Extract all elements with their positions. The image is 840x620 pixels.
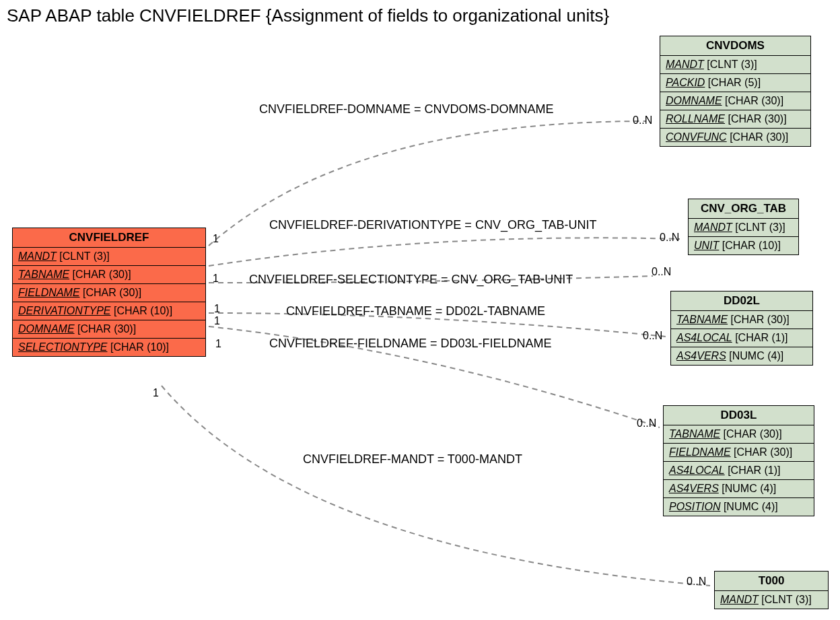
- field-row: ROLLNAME [CHAR (30)]: [660, 110, 810, 129]
- cardinality-many: 0..N: [652, 266, 671, 278]
- entity-t000: T000 MANDT [CLNT (3)]: [714, 571, 829, 609]
- field-name: SELECTIONTYPE: [18, 341, 107, 353]
- field-type: [CHAR (5)]: [708, 77, 761, 88]
- field-row: TABNAME [CHAR (30)]: [13, 266, 205, 284]
- field-row: AS4VERS [NUMC (4)]: [664, 480, 814, 498]
- field-name: AS4LOCAL: [669, 464, 725, 476]
- field-type: [CHAR (30)]: [731, 314, 790, 325]
- edge-label: CNVFIELDREF-MANDT = T000-MANDT: [303, 452, 522, 467]
- cardinality-one: 1: [214, 315, 220, 327]
- field-name: DOMNAME: [18, 323, 75, 335]
- cardinality-many: 0..N: [637, 417, 656, 429]
- field-name: MANDT: [666, 59, 704, 70]
- cardinality-one: 1: [214, 303, 220, 315]
- field-row: AS4LOCAL [CHAR (1)]: [671, 329, 812, 347]
- entity-header: CNVFIELDREF: [13, 228, 205, 248]
- field-type: [CHAR (30)]: [83, 287, 141, 298]
- field-row: MANDT [CLNT (3)]: [13, 248, 205, 266]
- entity-header: CNV_ORG_TAB: [689, 199, 798, 219]
- edge-label: CNVFIELDREF-DERIVATIONTYPE = CNV_ORG_TAB…: [269, 218, 597, 232]
- field-row: AS4VERS [NUMC (4)]: [671, 347, 812, 365]
- field-name: MANDT: [18, 250, 57, 262]
- edge-label: CNVFIELDREF-SELECTIONTYPE = CNV_ORG_TAB-…: [249, 273, 573, 287]
- field-name: TABNAME: [676, 314, 728, 325]
- page-title: SAP ABAP table CNVFIELDREF {Assignment o…: [7, 5, 609, 26]
- field-type: [CLNT (3)]: [761, 594, 811, 605]
- cardinality-many: 0..N: [633, 114, 652, 127]
- field-name: FIELDNAME: [669, 446, 731, 458]
- field-name: ROLLNAME: [666, 113, 725, 125]
- entity-cnvdoms: CNVDOMS MANDT [CLNT (3)] PACKID [CHAR (5…: [660, 36, 811, 147]
- field-name: TABNAME: [669, 428, 720, 440]
- edge-label: CNVFIELDREF-FIELDNAME = DD03L-FIELDNAME: [269, 337, 552, 351]
- cardinality-one: 1: [153, 387, 159, 399]
- field-type: [CHAR (10)]: [114, 305, 172, 316]
- field-type: [CHAR (10)]: [110, 341, 169, 353]
- field-type: [CHAR (1)]: [728, 464, 780, 476]
- cardinality-many: 0..N: [687, 576, 706, 588]
- field-row: CONVFUNC [CHAR (30)]: [660, 129, 810, 146]
- edge-label: CNVFIELDREF-DOMNAME = CNVDOMS-DOMNAME: [259, 102, 554, 116]
- field-name: FIELDNAME: [18, 287, 80, 298]
- field-row: TABNAME [CHAR (30)]: [664, 425, 814, 444]
- field-row: PACKID [CHAR (5)]: [660, 74, 810, 92]
- entity-header: DD03L: [664, 406, 814, 425]
- field-name: UNIT: [694, 240, 719, 251]
- entity-cnvfieldref: CNVFIELDREF MANDT [CLNT (3)] TABNAME [CH…: [12, 228, 206, 357]
- field-type: [CHAR (30)]: [728, 113, 786, 125]
- field-row: FIELDNAME [CHAR (30)]: [664, 444, 814, 462]
- field-name: POSITION: [669, 501, 720, 512]
- field-type: [CLNT (3)]: [59, 250, 109, 262]
- entity-header: T000: [715, 572, 828, 591]
- field-name: MANDT: [720, 594, 759, 605]
- field-name: AS4LOCAL: [676, 332, 732, 343]
- field-row: MANDT [CLNT (3)]: [660, 56, 810, 74]
- field-row: FIELDNAME [CHAR (30)]: [13, 284, 205, 302]
- field-type: [CHAR (10)]: [722, 240, 781, 251]
- field-name: TABNAME: [18, 269, 69, 280]
- field-type: [CHAR (30)]: [734, 446, 792, 458]
- entity-dd03l: DD03L TABNAME [CHAR (30)] FIELDNAME [CHA…: [663, 405, 814, 516]
- entity-cnv-org-tab: CNV_ORG_TAB MANDT [CLNT (3)] UNIT [CHAR …: [688, 199, 799, 255]
- entity-header: CNVDOMS: [660, 36, 810, 56]
- field-row: TABNAME [CHAR (30)]: [671, 311, 812, 329]
- field-row: SELECTIONTYPE [CHAR (10)]: [13, 339, 205, 356]
- cardinality-one: 1: [213, 233, 219, 245]
- cardinality-one: 1: [215, 338, 221, 350]
- field-row: POSITION [NUMC (4)]: [664, 498, 814, 516]
- field-name: PACKID: [666, 77, 705, 88]
- field-row: MANDT [CLNT (3)]: [715, 591, 828, 609]
- field-row: DOMNAME [CHAR (30)]: [13, 320, 205, 339]
- field-row: UNIT [CHAR (10)]: [689, 237, 798, 254]
- entity-header: DD02L: [671, 291, 812, 311]
- field-type: [NUMC (4)]: [722, 483, 776, 494]
- field-name: DERIVATIONTYPE: [18, 305, 111, 316]
- field-type: [CHAR (30)]: [724, 428, 782, 440]
- field-row: DOMNAME [CHAR (30)]: [660, 92, 810, 110]
- field-type: [NUMC (4)]: [729, 350, 783, 361]
- field-type: [CHAR (1)]: [735, 332, 788, 343]
- field-type: [CLNT (3)]: [735, 221, 785, 233]
- field-type: [CHAR (30)]: [73, 269, 131, 280]
- field-name: MANDT: [694, 221, 732, 233]
- field-type: [CHAR (30)]: [730, 131, 788, 143]
- field-row: DERIVATIONTYPE [CHAR (10)]: [13, 302, 205, 320]
- field-type: [CLNT (3)]: [707, 59, 757, 70]
- field-name: CONVFUNC: [666, 131, 727, 143]
- field-name: AS4VERS: [669, 483, 719, 494]
- cardinality-many: 0..N: [660, 232, 679, 244]
- entity-dd02l: DD02L TABNAME [CHAR (30)] AS4LOCAL [CHAR…: [670, 291, 813, 366]
- field-name: AS4VERS: [676, 350, 726, 361]
- edge-label: CNVFIELDREF-TABNAME = DD02L-TABNAME: [286, 304, 545, 318]
- field-type: [NUMC (4)]: [724, 501, 778, 512]
- field-name: DOMNAME: [666, 95, 722, 106]
- field-row: AS4LOCAL [CHAR (1)]: [664, 462, 814, 480]
- cardinality-one: 1: [213, 273, 219, 285]
- field-type: [CHAR (30)]: [77, 323, 136, 335]
- cardinality-many: 0..N: [643, 330, 662, 342]
- field-row: MANDT [CLNT (3)]: [689, 219, 798, 237]
- field-type: [CHAR (30)]: [725, 95, 783, 106]
